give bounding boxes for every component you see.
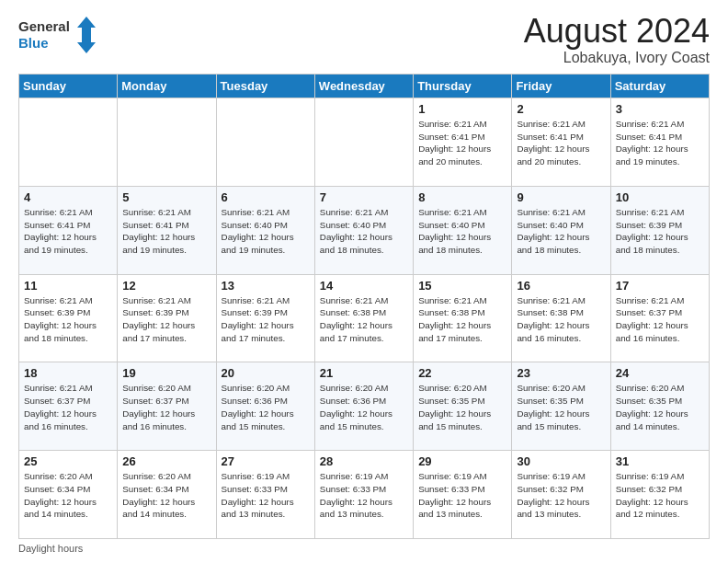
day-detail: Sunrise: 6:21 AMSunset: 6:41 PMDaylight:… [517, 118, 605, 168]
day-number: 16 [517, 279, 605, 293]
table-row: 29Sunrise: 6:19 AMSunset: 6:33 PMDayligh… [414, 451, 512, 539]
table-row [314, 98, 413, 187]
day-number: 28 [320, 454, 408, 468]
day-number: 23 [517, 366, 605, 380]
weekday-header-row: SundayMondayTuesdayWednesdayThursdayFrid… [19, 75, 710, 98]
calendar-table: SundayMondayTuesdayWednesdayThursdayFrid… [18, 74, 710, 539]
day-number: 27 [222, 454, 310, 468]
weekday-wednesday: Wednesday [314, 75, 413, 98]
day-detail: Sunrise: 6:19 AMSunset: 6:33 PMDaylight:… [320, 470, 408, 521]
day-number: 11 [24, 279, 112, 293]
day-detail: Sunrise: 6:21 AMSunset: 6:41 PMDaylight:… [418, 118, 506, 168]
svg-text:General: General [18, 18, 70, 34]
day-detail: Sunrise: 6:21 AMSunset: 6:40 PMDaylight:… [517, 206, 605, 257]
table-row: 31Sunrise: 6:19 AMSunset: 6:32 PMDayligh… [610, 451, 709, 539]
day-number: 19 [122, 366, 210, 380]
day-detail: Sunrise: 6:20 AMSunset: 6:35 PMDaylight:… [418, 382, 506, 432]
day-number: 10 [616, 190, 704, 204]
table-row: 7Sunrise: 6:21 AMSunset: 6:40 PMDaylight… [314, 186, 413, 274]
table-row: 4Sunrise: 6:21 AMSunset: 6:41 PMDaylight… [19, 186, 118, 274]
day-number: 30 [517, 454, 605, 468]
day-number: 13 [222, 279, 310, 293]
day-number: 9 [517, 190, 605, 204]
table-row [216, 98, 314, 187]
day-detail: Sunrise: 6:20 AMSunset: 6:36 PMDaylight:… [320, 382, 408, 432]
table-row: 11Sunrise: 6:21 AMSunset: 6:39 PMDayligh… [19, 274, 118, 362]
page: General Blue August 2024 Lobakuya, Ivory… [0, 0, 728, 563]
header: General Blue August 2024 Lobakuya, Ivory… [18, 15, 710, 66]
day-number: 1 [418, 102, 506, 116]
table-row: 22Sunrise: 6:20 AMSunset: 6:35 PMDayligh… [414, 362, 512, 451]
weekday-saturday: Saturday [610, 75, 709, 98]
table-row: 13Sunrise: 6:21 AMSunset: 6:39 PMDayligh… [216, 274, 314, 362]
table-row: 10Sunrise: 6:21 AMSunset: 6:39 PMDayligh… [610, 186, 709, 274]
table-row: 8Sunrise: 6:21 AMSunset: 6:40 PMDaylight… [414, 186, 512, 274]
week-row-1: 1Sunrise: 6:21 AMSunset: 6:41 PMDaylight… [19, 98, 710, 187]
day-detail: Sunrise: 6:20 AMSunset: 6:34 PMDaylight:… [24, 470, 112, 521]
day-detail: Sunrise: 6:20 AMSunset: 6:35 PMDaylight:… [517, 382, 605, 432]
day-number: 5 [122, 190, 210, 204]
day-detail: Sunrise: 6:21 AMSunset: 6:41 PMDaylight:… [122, 206, 210, 257]
table-row: 12Sunrise: 6:21 AMSunset: 6:39 PMDayligh… [118, 274, 216, 362]
footer: Daylight hours [18, 543, 710, 554]
day-detail: Sunrise: 6:21 AMSunset: 6:39 PMDaylight:… [122, 294, 210, 345]
table-row: 16Sunrise: 6:21 AMSunset: 6:38 PMDayligh… [512, 274, 610, 362]
day-detail: Sunrise: 6:20 AMSunset: 6:35 PMDaylight:… [616, 382, 704, 432]
day-detail: Sunrise: 6:21 AMSunset: 6:39 PMDaylight:… [616, 206, 704, 257]
day-detail: Sunrise: 6:21 AMSunset: 6:38 PMDaylight:… [320, 294, 408, 345]
day-detail: Sunrise: 6:21 AMSunset: 6:39 PMDaylight:… [222, 294, 310, 345]
day-detail: Sunrise: 6:21 AMSunset: 6:37 PMDaylight:… [616, 294, 704, 345]
weekday-tuesday: Tuesday [216, 75, 314, 98]
table-row: 20Sunrise: 6:20 AMSunset: 6:36 PMDayligh… [216, 362, 314, 451]
weekday-friday: Friday [512, 75, 610, 98]
table-row: 30Sunrise: 6:19 AMSunset: 6:32 PMDayligh… [512, 451, 610, 539]
day-number: 22 [418, 366, 506, 380]
week-row-5: 25Sunrise: 6:20 AMSunset: 6:34 PMDayligh… [19, 451, 710, 539]
week-row-2: 4Sunrise: 6:21 AMSunset: 6:41 PMDaylight… [19, 186, 710, 274]
svg-marker-2 [77, 17, 96, 53]
day-detail: Sunrise: 6:20 AMSunset: 6:34 PMDaylight:… [122, 470, 210, 521]
day-number: 6 [222, 190, 310, 204]
table-row: 18Sunrise: 6:21 AMSunset: 6:37 PMDayligh… [19, 362, 118, 451]
day-detail: Sunrise: 6:20 AMSunset: 6:37 PMDaylight:… [122, 382, 210, 432]
day-detail: Sunrise: 6:21 AMSunset: 6:40 PMDaylight:… [320, 206, 408, 257]
weekday-monday: Monday [118, 75, 216, 98]
day-detail: Sunrise: 6:21 AMSunset: 6:39 PMDaylight:… [24, 294, 112, 345]
table-row: 5Sunrise: 6:21 AMSunset: 6:41 PMDaylight… [118, 186, 216, 274]
table-row: 14Sunrise: 6:21 AMSunset: 6:38 PMDayligh… [314, 274, 413, 362]
day-detail: Sunrise: 6:21 AMSunset: 6:38 PMDaylight:… [517, 294, 605, 345]
day-number: 26 [122, 454, 210, 468]
day-detail: Sunrise: 6:19 AMSunset: 6:32 PMDaylight:… [616, 470, 704, 521]
day-number: 25 [24, 454, 112, 468]
weekday-sunday: Sunday [19, 75, 118, 98]
logo: General Blue [18, 15, 101, 55]
day-detail: Sunrise: 6:21 AMSunset: 6:37 PMDaylight:… [24, 382, 112, 432]
table-row: 19Sunrise: 6:20 AMSunset: 6:37 PMDayligh… [118, 362, 216, 451]
week-row-3: 11Sunrise: 6:21 AMSunset: 6:39 PMDayligh… [19, 274, 710, 362]
day-detail: Sunrise: 6:21 AMSunset: 6:40 PMDaylight:… [418, 206, 506, 257]
day-detail: Sunrise: 6:20 AMSunset: 6:36 PMDaylight:… [222, 382, 310, 432]
day-detail: Sunrise: 6:21 AMSunset: 6:41 PMDaylight:… [616, 118, 704, 168]
table-row: 9Sunrise: 6:21 AMSunset: 6:40 PMDaylight… [512, 186, 610, 274]
table-row: 21Sunrise: 6:20 AMSunset: 6:36 PMDayligh… [314, 362, 413, 451]
day-number: 24 [616, 366, 704, 380]
table-row: 15Sunrise: 6:21 AMSunset: 6:38 PMDayligh… [414, 274, 512, 362]
table-row: 27Sunrise: 6:19 AMSunset: 6:33 PMDayligh… [216, 451, 314, 539]
table-row: 17Sunrise: 6:21 AMSunset: 6:37 PMDayligh… [610, 274, 709, 362]
day-detail: Sunrise: 6:21 AMSunset: 6:38 PMDaylight:… [418, 294, 506, 345]
table-row [118, 98, 216, 187]
title-block: August 2024 Lobakuya, Ivory Coast [524, 15, 710, 66]
table-row [19, 98, 118, 187]
day-number: 8 [418, 190, 506, 204]
day-number: 21 [320, 366, 408, 380]
day-number: 29 [418, 454, 506, 468]
table-row: 26Sunrise: 6:20 AMSunset: 6:34 PMDayligh… [118, 451, 216, 539]
day-detail: Sunrise: 6:19 AMSunset: 6:32 PMDaylight:… [517, 470, 605, 521]
table-row: 24Sunrise: 6:20 AMSunset: 6:35 PMDayligh… [610, 362, 709, 451]
day-number: 18 [24, 366, 112, 380]
day-number: 12 [122, 279, 210, 293]
day-number: 2 [517, 102, 605, 116]
day-number: 15 [418, 279, 506, 293]
table-row: 2Sunrise: 6:21 AMSunset: 6:41 PMDaylight… [512, 98, 610, 187]
svg-text:Blue: Blue [18, 35, 49, 51]
